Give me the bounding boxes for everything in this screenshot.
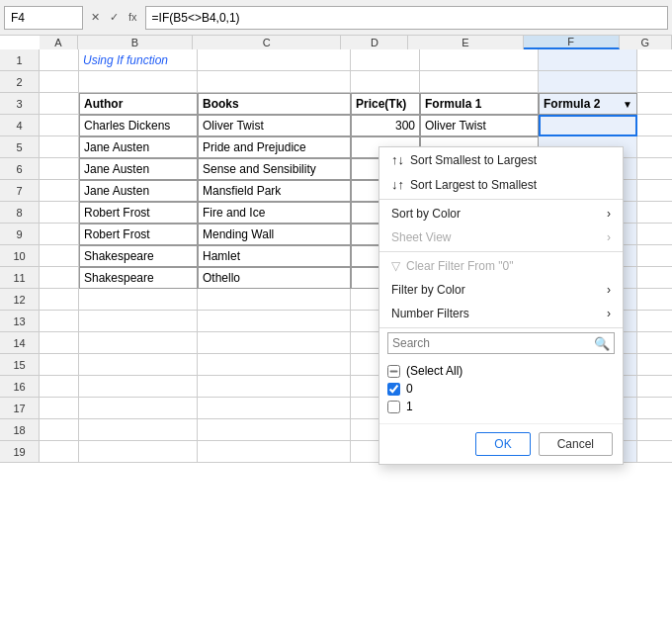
cell-b7[interactable]: Jane Austen [79, 180, 198, 202]
cell-c11[interactable]: Othello [198, 267, 351, 289]
cell-a13[interactable] [40, 311, 79, 332]
cell-f3[interactable]: Formula 2 ▼ [539, 93, 637, 115]
cell-a3[interactable] [40, 93, 79, 115]
cell-a16[interactable] [40, 376, 79, 398]
cell-g14[interactable] [637, 332, 672, 354]
cell-c10[interactable]: Hamlet [198, 245, 351, 267]
cell-g5[interactable] [637, 136, 672, 158]
cell-c17[interactable] [198, 398, 351, 419]
cell-g9[interactable] [637, 224, 672, 245]
cell-g13[interactable] [637, 311, 672, 332]
cell-g3[interactable] [637, 93, 672, 115]
cell-a2[interactable] [40, 71, 79, 93]
cell-c7[interactable]: Mansfield Park [198, 180, 351, 202]
fx-icon[interactable]: fx [125, 9, 141, 26]
cell-a19[interactable] [40, 441, 79, 463]
cell-c14[interactable] [198, 332, 351, 354]
cell-b1[interactable]: Using If function [79, 49, 198, 71]
cell-f4[interactable] [539, 115, 637, 136]
cell-b8[interactable]: Robert Frost [79, 202, 198, 224]
cell-b10[interactable]: Shakespeare [79, 245, 198, 267]
formula-input[interactable]: =IF(B5<>B4,0,1) [145, 6, 668, 30]
cell-d3[interactable]: Price(Tk) [351, 93, 420, 115]
cell-a12[interactable] [40, 289, 79, 311]
cell-a7[interactable] [40, 180, 79, 202]
cell-c13[interactable] [198, 311, 351, 332]
cell-b19[interactable] [79, 441, 198, 463]
checkbox-select-all-input[interactable] [387, 365, 400, 378]
cell-c9[interactable]: Mending Wall [198, 224, 351, 245]
cell-d2[interactable] [351, 71, 420, 93]
cell-c12[interactable] [198, 289, 351, 311]
cell-g19[interactable] [637, 441, 672, 463]
cell-c18[interactable] [198, 419, 351, 441]
cell-g16[interactable] [637, 376, 672, 398]
cell-c8[interactable]: Fire and Ice [198, 202, 351, 224]
number-filters[interactable]: Number Filters › [379, 302, 623, 325]
checkbox-0-input[interactable] [387, 383, 400, 396]
cell-b5[interactable]: Jane Austen [79, 136, 198, 158]
cell-a15[interactable] [40, 354, 79, 376]
cell-g12[interactable] [637, 289, 672, 311]
cell-c15[interactable] [198, 354, 351, 376]
cell-g17[interactable] [637, 398, 672, 419]
checkbox-1[interactable]: 1 [387, 398, 615, 415]
cell-c6[interactable]: Sense and Sensibility [198, 158, 351, 180]
cell-c4[interactable]: Oliver Twist [198, 115, 351, 136]
cell-c3[interactable]: Books [198, 93, 351, 115]
cell-g10[interactable] [637, 245, 672, 267]
cell-b2[interactable] [79, 71, 198, 93]
cell-a1[interactable] [40, 49, 79, 71]
cell-b11[interactable]: Shakespeare [79, 267, 198, 289]
cell-g7[interactable] [637, 180, 672, 202]
cell-d1[interactable] [351, 49, 420, 71]
cell-a17[interactable] [40, 398, 79, 419]
cell-c2[interactable] [198, 71, 351, 93]
clear-filter[interactable]: ▽ Clear Filter From "0" [379, 254, 623, 278]
cell-b3[interactable]: Author [79, 93, 198, 115]
cell-e1[interactable] [420, 49, 539, 71]
cell-a8[interactable] [40, 202, 79, 224]
checkbox-1-input[interactable] [387, 401, 400, 413]
filter-search-box[interactable]: 🔍 [387, 332, 615, 354]
cell-b18[interactable] [79, 419, 198, 441]
cancel-icon[interactable]: ✕ [87, 9, 104, 26]
cell-reference-box[interactable]: F4 [4, 6, 83, 30]
cell-g15[interactable] [637, 354, 672, 376]
cell-b9[interactable]: Robert Frost [79, 224, 198, 245]
cell-b15[interactable] [79, 354, 198, 376]
cell-f2[interactable] [539, 71, 637, 93]
filter-by-color[interactable]: Filter by Color › [379, 278, 623, 302]
cell-e4[interactable]: Oliver Twist [420, 115, 539, 136]
cell-b12[interactable] [79, 289, 198, 311]
cell-f1[interactable] [539, 49, 637, 71]
cell-a10[interactable] [40, 245, 79, 267]
cell-a14[interactable] [40, 332, 79, 354]
cell-g2[interactable] [637, 71, 672, 93]
cell-e3[interactable]: Formula 1 [420, 93, 539, 115]
cell-a9[interactable] [40, 224, 79, 245]
cell-b17[interactable] [79, 398, 198, 419]
checkbox-select-all[interactable]: (Select All) [387, 362, 615, 380]
ok-button[interactable]: OK [475, 432, 530, 456]
cell-b14[interactable] [79, 332, 198, 354]
cell-b16[interactable] [79, 376, 198, 398]
cell-b6[interactable]: Jane Austen [79, 158, 198, 180]
cell-c16[interactable] [198, 376, 351, 398]
cell-a18[interactable] [40, 419, 79, 441]
cell-c19[interactable] [198, 441, 351, 463]
cell-g11[interactable] [637, 267, 672, 289]
sheet-view[interactable]: Sheet View › [379, 225, 623, 249]
cell-g1[interactable] [637, 49, 672, 71]
cell-g4[interactable] [637, 115, 672, 136]
cell-c1[interactable] [198, 49, 351, 71]
filter-dropdown-icon[interactable]: ▼ [623, 99, 632, 110]
cell-g18[interactable] [637, 419, 672, 441]
search-input[interactable] [388, 334, 590, 352]
sort-by-color[interactable]: Sort by Color › [379, 202, 623, 225]
cell-a6[interactable] [40, 158, 79, 180]
confirm-icon[interactable]: ✓ [106, 9, 123, 26]
cell-d4[interactable]: 300 [351, 115, 420, 136]
cancel-button[interactable]: Cancel [539, 432, 613, 456]
cell-b13[interactable] [79, 311, 198, 332]
